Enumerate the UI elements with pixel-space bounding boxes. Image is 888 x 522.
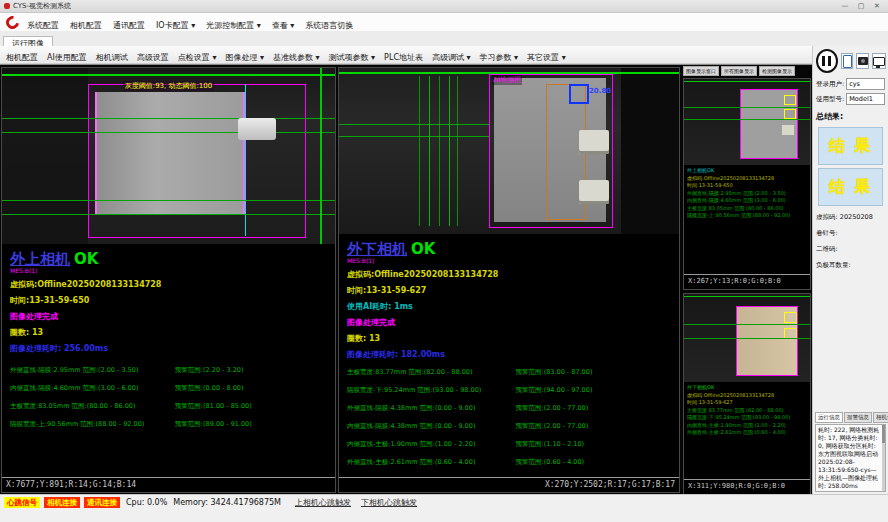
small-view-tab[interactable]: 所有图像显示 [721,66,757,76]
info-tab[interactable]: 报警信息 [844,412,872,423]
menu-item[interactable]: 通讯配置 [113,21,145,30]
toolbar-item[interactable]: 高级设置 [137,53,169,62]
small-info-line: 隔膜宽度-上:90.56mm 范围:(88.00 - 92.00) [687,212,807,220]
right-field-label: 二维码: [816,245,885,254]
camera-image-left[interactable]: 灰度阈值:93, 动态阈值:100 [2,68,335,244]
info-line: 图像处理完成 [347,317,671,328]
login-user-field[interactable]: cys [846,78,885,90]
model-field[interactable]: Model1 [846,93,885,105]
window-title: CYS-视觉检测系统 [13,1,71,11]
info-tab[interactable]: 运行信息 [815,412,843,423]
menu-item[interactable]: 系统语言切换 [305,21,353,30]
title-bar: CYS-视觉检测系统 — ▢ ✕ [0,0,888,13]
measurement-warn-range: 预警范围:(89.00 - 91.00) [175,420,327,429]
status-badge: 相机连接 [44,497,80,508]
menu-item[interactable]: IO卡配置 ▾ [156,21,195,30]
measurement-row: 外侧直线-主极:2.61mm 范围:(0.60 - 4.00) 预警范围:(0.… [347,458,671,467]
status-badge: 通讯连接 [84,497,120,508]
small-info-line: 虚拟码:Offline20250208133134728 [687,392,807,400]
info-line: 虚拟码:Offline20250208133134728 [10,279,327,290]
device-button[interactable] [841,53,854,69]
measurements-left: 外侧直线-隔膜:2.95mm 范围:(2.00 - 3.50) 预警范围:(2.… [10,366,327,429]
result-box: 结 果 [818,168,883,206]
total-result-label: 总结果: [816,111,885,122]
menu-item[interactable]: 查看 ▾ [272,21,295,30]
measurement-value: 内侧直线-隔膜:4.60mm 范围:(3.00 - 6.00) [10,384,175,393]
menu-item[interactable]: 相机配置 [70,21,102,30]
info-tab[interactable]: 相机信息 [873,412,888,423]
info-line: 时间:13-31-59-650 [10,295,327,306]
screen-icon [873,57,885,66]
measurement-value: 内侧直线-隔膜:4.38mm 范围:(0.00 - 9.00) [347,422,515,431]
tab-metal-blob [579,130,609,154]
measure-line-green [2,200,335,201]
menu-item[interactable]: 系统配置 [27,21,59,30]
right-panel: 登录用户: cys 使用型号: Model1 总结果: 结 果结 果 虚拟码: … [812,46,888,494]
small-view-tab[interactable]: 检测图像显示 [759,66,795,76]
toolbar-item[interactable]: 点检设置 ▾ [178,53,217,62]
toolbar-item[interactable]: 相机配置 [6,53,38,62]
baseline-green-top [684,81,810,82]
right-field-label: 卷针号: [816,229,885,238]
edge-line-green [429,76,430,226]
measurement-value: 主极宽度:83.77mm 范围:(82.00 - 88.00) [347,368,515,377]
camera-status-ok: OK [74,250,98,268]
login-user-label: 登录用户: [816,80,844,89]
toolbar-item[interactable]: AI使用配置 [47,53,87,62]
small-info-line: 时间:13-31-59-627 [687,399,807,407]
edge-line-green [439,76,440,226]
menu-item[interactable]: 光源控制配置 ▾ [206,21,261,30]
info-line: 使用AI耗时: 1ms [347,301,671,312]
pixel-coords-center: X:270;Y:2502;R:17;G:17;B:17 [339,477,679,492]
info-line: 虚拟码:Offline20250208133134728 [347,269,671,280]
small-info-line: 主极宽度:83.77mm 范围:(82.00 - 88.00) [687,407,807,415]
pause-button[interactable] [816,49,838,73]
edge-line-green [419,76,420,226]
measurement-row: 外侧直线-隔膜:4.38mm 范围:(0.00 - 9.00) 预警范围:(2.… [347,404,671,413]
camera-image-small-top[interactable] [684,79,810,165]
info-lines-center: 虚拟码:Offline20250208133134728时间:13-31-59-… [347,269,671,360]
measurement-row: 外侧直线-隔膜:2.95mm 范围:(2.00 - 3.50) 预警范围:(2.… [10,366,327,375]
small-info-line: 隔膜宽度-下:95.24mm 范围:(93.00 - 98.00) [687,414,807,422]
measurement-value: 外侧直线-主极:2.61mm 范围:(0.60 - 4.00) [347,458,515,467]
value-roi-box-blue [569,84,589,104]
log-area[interactable]: 耗时: 222, 网络检测耗时: 17, 网络分类耗时: 0, 网络获取分区耗时… [815,424,886,492]
close-button[interactable]: ✕ [870,1,884,11]
measurement-row: 内侧直线-主极:1.90mm 范围:(1.00 - 2.20) 预警范围:(1.… [347,440,671,449]
small-info-line: 内侧直线-主极:1.90mm 范围:(1.00 - 2.20) [687,422,807,430]
measurement-warn-range: 预警范围:(2.00 - 77.00) [515,404,671,413]
toolbar-item[interactable]: PLC地址表 [384,53,423,62]
toolbar-item[interactable]: 图像处理 ▾ [225,53,264,62]
measure-line-green [339,124,489,125]
small-view-tab[interactable]: 图像显示窗口 [683,66,719,76]
toolbar-item[interactable]: 高级调试 ▾ [432,53,471,62]
measurement-warn-range: 预警范围:(94.00 - 97.00) [515,386,671,395]
minimize-button[interactable]: — [838,1,852,11]
toolbar-item[interactable]: 基准线参数 ▾ [273,53,320,62]
info-line: 图像处理耗时: 256.00ms [10,343,327,354]
measure-line-green [339,136,489,137]
heartbeat-trigger-link[interactable]: 下相机心跳触发 [361,497,417,509]
maximize-button[interactable]: ▢ [854,1,868,11]
screen-button[interactable] [872,53,886,69]
toolbar-item[interactable]: 其它设置 ▾ [527,53,566,62]
measurement-row: 隔膜宽度-上:90.56mm 范围:(88.00 - 92.00) 预警范围:(… [10,420,327,429]
roi-box-yellow [784,109,796,119]
heartbeat-trigger-link[interactable]: 上相机心跳触发 [295,497,351,509]
edge-line-green [449,76,450,226]
toolbar-item[interactable]: 测试项参数 ▾ [329,53,376,62]
toolbar-item[interactable]: 相机调试 [96,53,128,62]
log-scrollbar[interactable] [882,425,885,491]
measure-line-green [684,119,810,120]
camera-image-small-bottom[interactable] [684,294,810,382]
info-tabs: 运行信息报警信息相机信息 [815,412,886,423]
camera-image-center[interactable]: AI检测框 20.80 [339,68,679,234]
measurement-warn-range: 预警范围:(81.00 - 85.00) [175,402,327,411]
measurement-value: 外侧直线-隔膜:2.95mm 范围:(2.00 - 3.50) [10,366,175,375]
camera-button[interactable] [856,53,869,69]
toolbar-item[interactable]: 学习参数 ▾ [480,53,519,62]
measure-line-green [2,118,335,119]
measure-line-green [2,132,335,133]
main-area: 灰度阈值:93, 动态阈值:100 外上相机 OK MES:B(1) 虚拟码:O… [0,64,812,495]
small-info-line: 时间:13-31-59-650 [687,182,807,190]
